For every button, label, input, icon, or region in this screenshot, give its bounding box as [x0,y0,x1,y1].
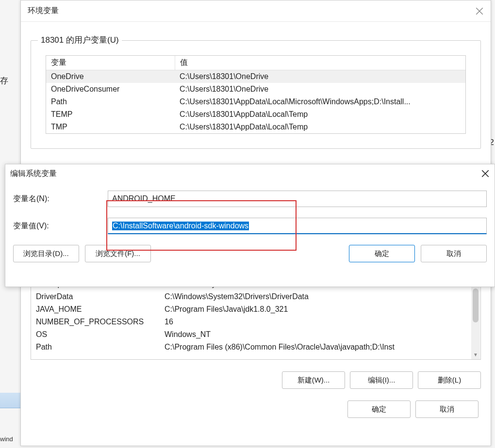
user-vars-group: 18301 的用户变量(U) 变量 值 OneDriveC:\Users\183… [31,40,481,149]
table-row[interactable]: NUMBER_OF_PROCESSORS16 [31,316,480,328]
cell-var: OneDriveConsumer [46,83,175,96]
var-name-label: 变量名(N): [13,194,108,204]
user-vars-table[interactable]: 变量 值 OneDriveC:\Users\18301\OneDriveOneD… [46,55,466,134]
var-value-label: 变量值(V): [13,221,108,231]
cell-val: 16 [160,316,480,328]
env-vars-title: 环境变量 [28,6,59,16]
cell-val: C:\Users\18301\AppData\Local\Temp [175,121,465,133]
edit-button[interactable]: 编辑(I)... [350,371,413,389]
user-table-header-val[interactable]: 值 [175,56,465,70]
ok-button[interactable]: 确定 [347,400,411,418]
cell-val: C:\Users\18301\AppData\Local\Microsoft\W… [175,96,465,108]
user-table-header-var[interactable]: 变量 [46,56,175,70]
var-value-selected-text: C:\InstallSoftware\android-sdk-windows [112,222,249,230]
cell-var: JAVA_HOME [31,303,160,316]
scrollbar[interactable]: ▲ ▼ [471,278,480,359]
var-name-input[interactable] [108,191,487,207]
cell-val: C:\Users\18301\OneDrive [175,83,465,96]
cell-val: C:\Users\18301\AppData\Local\Temp [175,108,465,121]
browse-file-button[interactable]: 浏览文件(F)... [85,245,151,262]
new-button[interactable]: 新建(W)... [282,371,345,389]
cell-var: OneDrive [46,70,175,83]
ok-button[interactable]: 确定 [349,245,415,262]
delete-button[interactable]: 删除(L) [418,371,481,389]
var-value-row: 变量值(V): C:\InstallSoftware\android-sdk-w… [13,218,487,234]
var-value-input[interactable]: C:\InstallSoftware\android-sdk-windows [108,218,487,234]
scroll-thumb[interactable] [473,288,478,322]
cell-val: C:\Program Files (x86)\Common Files\Orac… [160,341,480,353]
bg-sidebar-highlight [0,393,22,408]
cell-var: OS [31,328,160,341]
browse-dir-button[interactable]: 浏览目录(D)... [13,245,79,262]
cell-var: TEMP [46,108,175,121]
cell-var: Path [31,341,160,353]
table-row[interactable]: OneDriveConsumerC:\Users\18301\OneDrive [46,83,465,96]
cancel-button[interactable]: 取消 [415,400,478,418]
cell-var: Path [46,96,175,108]
edit-var-title: 编辑系统变量 [10,169,57,179]
close-icon[interactable] [475,7,484,16]
table-row[interactable]: DriverDataC:\Windows\System32\Drivers\Dr… [31,290,480,303]
table-row[interactable]: OneDriveC:\Users\18301\OneDrive [46,70,465,83]
edit-var-titlebar: 编辑系统变量 [5,164,495,183]
table-row[interactable]: PathC:\Users\18301\AppData\Local\Microso… [46,96,465,108]
table-row[interactable]: PathC:\Program Files (x86)\Common Files\… [31,341,480,353]
table-row[interactable]: TMPC:\Users\18301\AppData\Local\Temp [46,121,465,133]
close-icon[interactable] [481,169,490,178]
bg-sidebar-text: wind [0,435,13,443]
cell-var: TMP [46,121,175,133]
cell-val: C:\Users\18301\OneDrive [175,70,465,83]
system-vars-table[interactable]: ComSpecC:\Windows\system32\cmd.exeDriver… [31,277,481,360]
cancel-button[interactable]: 取消 [421,245,487,262]
cell-val: C:\Program Files\Java\jdk1.8.0_321 [160,303,480,316]
scroll-down-icon[interactable]: ▼ [471,350,480,359]
env-vars-titlebar: 环境变量 [21,0,491,22]
system-vars-buttons: 新建(W)... 编辑(I)... 删除(L) [31,371,481,389]
table-row[interactable]: TEMPC:\Users\18301\AppData\Local\Temp [46,108,465,121]
bg-save-label: 存 [0,75,8,86]
cell-var: NUMBER_OF_PROCESSORS [31,316,160,328]
env-vars-footer-buttons: 确定 取消 [31,400,481,418]
table-row[interactable]: OSWindows_NT [31,328,480,341]
var-name-row: 变量名(N): [13,191,487,207]
cell-var: DriverData [31,290,160,303]
cell-val: C:\Windows\System32\Drivers\DriverData [160,290,480,303]
edit-var-dialog: 编辑系统变量 变量名(N): 变量值(V): C:\InstallSoftwar… [5,164,495,287]
cell-val: Windows_NT [160,328,480,341]
user-vars-group-label: 18301 的用户变量(U) [38,34,122,46]
table-row[interactable]: JAVA_HOMEC:\Program Files\Java\jdk1.8.0_… [31,303,480,316]
